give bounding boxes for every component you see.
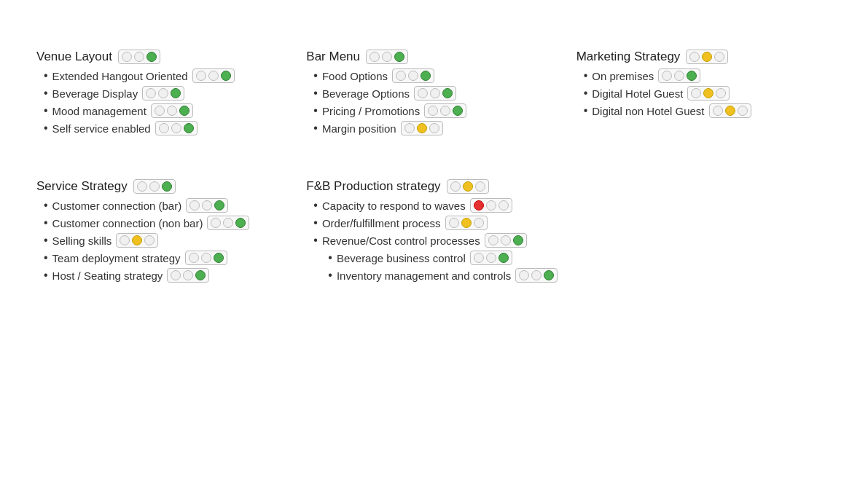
item-label: Beverage Options: [322, 87, 410, 100]
section-header: Marketing Strategy: [576, 50, 832, 64]
empty-dot: [428, 106, 438, 116]
section-title: Bar Menu: [306, 50, 360, 64]
indicator: [686, 50, 728, 64]
list-item: Beverage Options: [313, 86, 561, 101]
indicator: [155, 121, 198, 135]
list-item: Margin position: [313, 121, 561, 135]
section-title: Service Strategy: [36, 179, 128, 194]
indicator: [186, 198, 228, 213]
empty-dot: [144, 235, 155, 245]
empty-dot: [450, 181, 461, 192]
green-dot: [498, 253, 509, 263]
yellow-dot: [132, 235, 142, 245]
empty-dot: [171, 270, 181, 280]
empty-dot: [501, 235, 511, 245]
list-item: Team deployment strategy: [44, 251, 292, 265]
empty-dot: [531, 270, 541, 280]
empty-dot: [486, 200, 496, 210]
yellow-dot: [725, 106, 735, 116]
empty-dot: [159, 123, 169, 133]
section-title: Venue Layout: [36, 50, 112, 64]
bullet-list: Food OptionsBeverage OptionsPricing / Pr…: [306, 68, 561, 135]
green-dot: [146, 52, 157, 62]
empty-dot: [155, 106, 165, 116]
section-fb-production: F&B Production strategyCapacity to respo…: [306, 173, 561, 291]
empty-dot: [738, 106, 748, 116]
section-bar-menu: Bar MenuFood OptionsBeverage OptionsPric…: [306, 44, 561, 144]
sub-list-item: Inventory management and controls: [313, 268, 561, 283]
list-item: Digital Hotel Guest: [584, 86, 832, 101]
empty-dot: [149, 181, 160, 192]
section-header: Service Strategy: [36, 179, 292, 194]
indicator: [414, 86, 456, 101]
item-label: Customer connection (non bar): [52, 217, 203, 229]
green-dot: [687, 71, 697, 81]
green-dot: [171, 88, 181, 98]
indicator: [709, 103, 751, 118]
item-label: Revenue/Cost control processes: [322, 235, 480, 247]
item-label: Margin position: [322, 122, 396, 135]
bullet-list: On premisesDigital Hotel GuestDigital no…: [576, 68, 832, 118]
green-dot: [162, 181, 172, 192]
item-label: Extended Hangout Oriented: [52, 70, 188, 82]
empty-dot: [370, 52, 380, 62]
empty-dot: [716, 88, 726, 98]
indicator: [401, 121, 443, 135]
green-dot: [214, 200, 224, 210]
empty-dot: [202, 200, 212, 210]
green-dot: [221, 71, 231, 81]
empty-dot: [408, 71, 418, 81]
indicator: [515, 268, 558, 283]
green-dot: [442, 88, 453, 98]
list-item: Revenue/Cost control processes: [313, 233, 561, 248]
list-item: On premises: [584, 68, 832, 83]
list-item: Digital non Hotel Guest: [584, 103, 832, 118]
green-dot: [421, 71, 431, 81]
item-label: Beverage Display: [52, 87, 138, 100]
item-label: Digital non Hotel Guest: [592, 105, 704, 117]
scorecard-grid: Venue LayoutExtended Hangout OrientedBev…: [36, 44, 832, 291]
item-label: Digital Hotel Guest: [592, 87, 683, 100]
list-item: Customer connection (bar): [44, 198, 292, 213]
section-header: Bar Menu: [306, 50, 561, 64]
empty-dot: [486, 253, 496, 263]
empty-dot: [674, 71, 684, 81]
empty-dot: [137, 181, 147, 192]
indicator: [151, 103, 193, 118]
empty-dot: [474, 253, 484, 263]
indicator: [167, 268, 209, 283]
green-dot: [453, 106, 463, 116]
section-title: F&B Production strategy: [306, 179, 440, 194]
red-dot: [474, 200, 484, 210]
indicator: [687, 86, 730, 101]
list-item: Food Options: [313, 68, 561, 83]
bullet-list: Extended Hangout OrientedBeverage Displa…: [36, 68, 292, 135]
empty-dot: [120, 235, 130, 245]
list-item: Self service enabled: [44, 121, 292, 135]
empty-dot: [382, 52, 392, 62]
list-item: Capacity to respond to waves: [313, 198, 561, 213]
indicator: [192, 68, 235, 83]
empty-dot: [713, 106, 723, 116]
item-label: Pricing / Promotions: [322, 105, 420, 117]
empty-dot: [171, 123, 181, 133]
indicator: [445, 216, 488, 230]
empty-dot: [146, 88, 156, 98]
yellow-dot: [702, 52, 712, 62]
item-label: Self service enabled: [52, 122, 151, 135]
green-dot: [235, 218, 246, 228]
section-marketing-strategy: Marketing StrategyOn premisesDigital Hot…: [576, 44, 832, 144]
list-item: Selling skills: [44, 233, 292, 248]
item-label: Capacity to respond to waves: [322, 200, 466, 212]
empty-dot: [691, 88, 701, 98]
section-header: Venue Layout: [36, 50, 292, 64]
indicator: [133, 179, 176, 194]
section-title: Marketing Strategy: [576, 50, 681, 64]
empty-dot: [714, 52, 724, 62]
empty-dot: [404, 123, 415, 133]
green-dot: [179, 106, 189, 116]
item-label: On premises: [592, 70, 654, 82]
empty-dot: [440, 106, 450, 116]
empty-dot: [396, 71, 406, 81]
item-label: Team deployment strategy: [52, 252, 181, 264]
